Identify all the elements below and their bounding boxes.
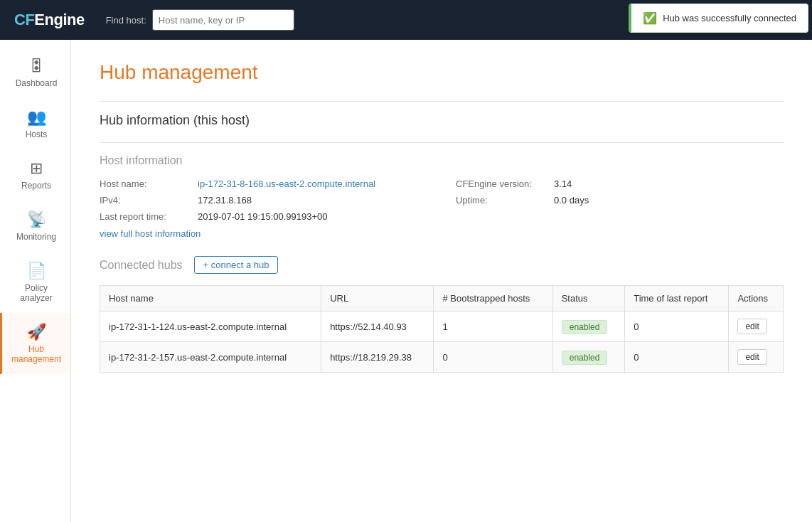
col-last-report: Time of last report <box>625 286 729 311</box>
connect-hub-button[interactable]: + connect a hub <box>194 256 279 274</box>
host-info-label: Host information <box>100 154 784 167</box>
edit-button-0[interactable]: edit <box>737 319 766 334</box>
uptime-key: Uptime: <box>456 195 548 206</box>
cell-url-1: https://18.219.29.38 <box>321 342 434 373</box>
sidebar-label-dashboard: Dashboard <box>16 78 58 88</box>
host-name-value[interactable]: ip-172-31-8-168.us-east-2.compute.intern… <box>198 179 375 189</box>
last-report-row: Last report time: 2019-07-01 19:15:00.99… <box>100 211 427 222</box>
sidebar: 🎛 Dashboard 👥 Hosts ⊞ Reports 📡 Monitori… <box>0 40 71 522</box>
connected-hubs-header: Connected hubs + connect a hub <box>100 256 784 274</box>
col-host-name: Host name <box>100 286 321 311</box>
find-host-label: Find host: <box>106 15 146 26</box>
cell-host-name-1: ip-172-31-2-157.us-east-2.compute.intern… <box>100 342 321 373</box>
view-full-host-link[interactable]: view full host information <box>100 228 201 239</box>
sidebar-label-reports: Reports <box>21 181 51 191</box>
cell-bootstrapped-1: 0 <box>434 342 552 373</box>
status-badge-1: enabled <box>562 351 608 365</box>
last-report-key: Last report time: <box>100 211 192 222</box>
logo-engine: Engine <box>34 11 84 28</box>
host-info-right: CFEngine version: 3.14 Uptime: 0.0 days <box>456 179 784 239</box>
monitoring-icon: 📡 <box>27 211 46 229</box>
divider-top <box>100 101 784 102</box>
hub-management-icon: 🚀 <box>27 323 46 341</box>
cell-status-1: enabled <box>552 342 624 373</box>
sidebar-label-policy-analyzer: Policy analyzer <box>9 283 63 303</box>
sidebar-item-hosts[interactable]: 👥 Hosts <box>0 98 70 149</box>
section-heading: Hub information (this host) <box>100 113 784 128</box>
col-bootstrapped: # Bootstrapped hosts <box>434 286 552 311</box>
col-actions: Actions <box>729 286 784 311</box>
edit-button-1[interactable]: edit <box>737 349 766 365</box>
connected-hubs-title: Connected hubs <box>100 259 183 272</box>
find-host-input[interactable] <box>152 9 294 31</box>
policy-analyzer-icon: 📄 <box>27 262 46 280</box>
col-status: Status <box>552 286 624 311</box>
cfengine-version-row: CFEngine version: 3.14 <box>456 179 784 189</box>
cell-last-report-1: 0 <box>625 342 729 373</box>
topnav: CFEngine Find host: 1 host Health Ok HA … <box>0 0 812 40</box>
app-layout: 🎛 Dashboard 👥 Hosts ⊞ Reports 📡 Monitori… <box>0 40 812 522</box>
sidebar-label-monitoring: Monitoring <box>16 232 56 242</box>
hubs-table: Host name URL # Bootstrapped hosts Statu… <box>100 285 784 373</box>
page-title: Hub management <box>100 61 784 84</box>
table-row: ip-172-31-2-157.us-east-2.compute.intern… <box>100 342 784 373</box>
col-url: URL <box>321 286 434 311</box>
sidebar-item-reports[interactable]: ⊞ Reports <box>0 149 70 201</box>
status-badge-0: enabled <box>562 320 608 334</box>
dashboard-icon: 🎛 <box>28 57 44 75</box>
uptime-row: Uptime: 0.0 days <box>456 195 784 206</box>
sidebar-item-dashboard[interactable]: 🎛 Dashboard <box>0 47 70 98</box>
cell-actions-0: edit <box>729 311 784 342</box>
cell-bootstrapped-0: 1 <box>434 311 552 342</box>
host-name-row: Host name: ip-172-31-8-168.us-east-2.com… <box>100 179 427 189</box>
logo-cf: CF <box>14 11 34 28</box>
success-toast: ✅ Hub was successfully connected <box>629 4 808 33</box>
toast-check-icon: ✅ <box>643 11 657 25</box>
cell-status-0: enabled <box>552 311 624 342</box>
sidebar-item-monitoring[interactable]: 📡 Monitoring <box>0 201 70 252</box>
cell-host-name-0: ip-172-31-1-124.us-east-2.compute.intern… <box>100 311 321 342</box>
uptime-value: 0.0 days <box>554 195 589 206</box>
hosts-icon: 👥 <box>27 108 46 127</box>
table-header-row: Host name URL # Bootstrapped hosts Statu… <box>100 286 784 311</box>
sidebar-item-policy-analyzer[interactable]: 📄 Policy analyzer <box>0 252 70 313</box>
last-report-value: 2019-07-01 19:15:00.99193+00 <box>198 211 328 222</box>
cfengine-version-key: CFEngine version: <box>456 179 548 189</box>
cell-last-report-0: 0 <box>625 311 729 342</box>
reports-icon: ⊞ <box>30 159 43 178</box>
cell-url-0: https://52.14.40.93 <box>321 311 434 342</box>
cfengine-version-value: 3.14 <box>554 179 572 189</box>
ipv4-key: IPv4: <box>100 195 192 206</box>
sidebar-label-hosts: Hosts <box>26 129 48 139</box>
toast-message: Hub was successfully connected <box>663 13 796 23</box>
ipv4-row: IPv4: 172.31.8.168 <box>100 195 427 206</box>
main-content: Hub management Hub information (this hos… <box>71 40 812 522</box>
sidebar-label-hub-management: Hub management <box>9 344 63 364</box>
host-name-key: Host name: <box>100 179 192 189</box>
divider-mid <box>100 142 784 143</box>
host-info-grid: Host name: ip-172-31-8-168.us-east-2.com… <box>100 179 784 239</box>
host-info-section: Host information Host name: ip-172-31-8-… <box>100 154 784 239</box>
cell-actions-1: edit <box>729 342 784 373</box>
logo: CFEngine <box>14 11 85 29</box>
table-row: ip-172-31-1-124.us-east-2.compute.intern… <box>100 311 784 342</box>
sidebar-item-hub-management[interactable]: 🚀 Hub management <box>0 313 70 374</box>
ipv4-value: 172.31.8.168 <box>198 195 252 206</box>
host-info-left: Host name: ip-172-31-8-168.us-east-2.com… <box>100 179 427 239</box>
